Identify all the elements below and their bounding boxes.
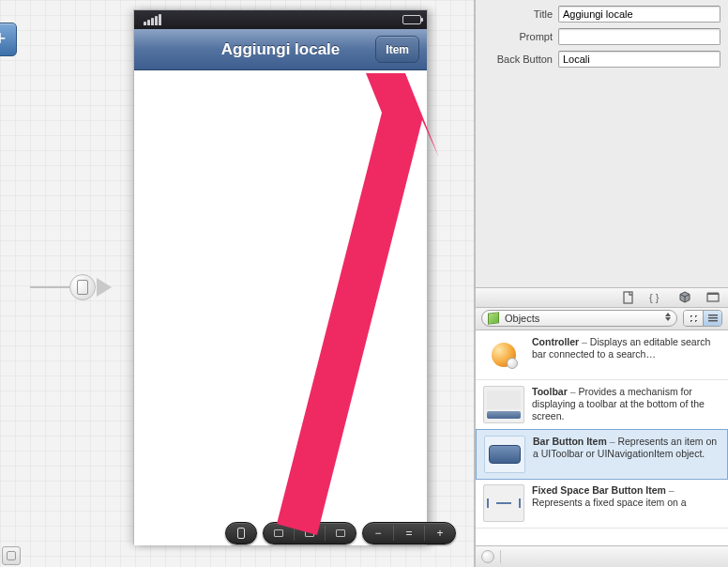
navbar-right-button[interactable]: Item	[375, 36, 419, 63]
device-group-pill[interactable]	[225, 522, 257, 544]
library-category-dropdown[interactable]: Objects	[481, 310, 677, 327]
segue-node[interactable]	[69, 274, 96, 300]
library-item-title: Fixed Space Bar Button Item	[532, 484, 666, 496]
library-tab-row: { }	[476, 287, 728, 308]
status-dot-icon	[481, 550, 494, 563]
title-field[interactable]	[558, 6, 720, 23]
object-library-list[interactable]: Controller – Displays an editable search…	[476, 330, 728, 547]
list-item[interactable]: Fixed Space Bar Button Item – Represents…	[476, 479, 728, 529]
media-library-tab-icon[interactable]	[704, 290, 722, 305]
storyboard-canvas[interactable]: + Aggiungi locale Item	[0, 0, 475, 567]
back-button-field[interactable]	[558, 51, 720, 68]
toolbar-icon	[483, 386, 524, 423]
signal-icon	[144, 14, 161, 25]
battery-icon	[402, 15, 421, 24]
svg-rect-0	[624, 292, 632, 303]
svg-rect-2	[707, 294, 719, 301]
file-templates-tab-icon[interactable]	[619, 290, 638, 305]
library-status-bar	[476, 546, 728, 567]
fixed-space-item-icon	[483, 484, 524, 522]
zoom-in-button[interactable]	[431, 526, 449, 541]
prompt-field[interactable]	[558, 28, 720, 45]
zoom-actual-button[interactable]	[400, 526, 418, 541]
object-library-tab-icon[interactable]	[675, 290, 694, 305]
add-scene-button[interactable]: +	[0, 23, 17, 56]
list-item[interactable]: Bar Button Item – Represents an item on …	[476, 429, 728, 480]
segue-line	[30, 286, 69, 288]
navigation-bar[interactable]: Aggiungi locale Item	[134, 29, 427, 70]
title-field-label: Title	[483, 8, 553, 20]
library-item-title: Controller	[532, 336, 579, 347]
inspector-panel: Title Prompt Back Button { } Objects	[475, 0, 728, 567]
view-body[interactable]	[134, 70, 427, 545]
navbar-title: Aggiungi locale	[221, 40, 341, 59]
svg-text:{ }: { }	[649, 292, 660, 303]
bar-button-item-icon	[484, 436, 525, 473]
library-view-toggle[interactable]	[683, 310, 722, 327]
list-view-button[interactable]	[703, 311, 721, 326]
library-item-desc: Represents a fixed space item on a	[532, 497, 687, 508]
objects-cube-icon	[488, 312, 499, 325]
library-toolbar: Objects	[476, 308, 728, 330]
segue-arrow-icon	[97, 278, 112, 297]
searchbar-controller-icon	[483, 336, 524, 374]
align-icon-3[interactable]	[331, 526, 350, 541]
grid-view-button[interactable]	[684, 311, 703, 326]
canvas-mini-toolbar	[225, 522, 456, 544]
zoom-out-button[interactable]	[369, 526, 387, 541]
code-snippets-tab-icon[interactable]: { }	[647, 290, 666, 305]
list-item[interactable]: Controller – Displays an editable search…	[476, 330, 728, 380]
divider	[500, 550, 501, 563]
dock-toggle-button[interactable]	[2, 546, 21, 565]
library-category-label: Objects	[505, 313, 539, 324]
iphone-scene[interactable]: Aggiungi locale Item	[133, 9, 428, 544]
status-bar	[134, 10, 427, 29]
list-item[interactable]: Toolbar – Provides a mechanism for displ…	[476, 380, 728, 430]
device-portrait-icon[interactable]	[232, 526, 250, 541]
align-icon-1[interactable]	[269, 526, 288, 541]
prompt-field-label: Prompt	[483, 31, 553, 42]
align-group-pill[interactable]	[263, 522, 356, 544]
library-item-title: Bar Button Item	[533, 436, 607, 447]
zoom-group-pill[interactable]	[362, 522, 456, 544]
attributes-section: Title Prompt Back Button	[476, 0, 728, 71]
library-item-title: Toolbar	[532, 386, 568, 397]
align-icon-2[interactable]	[300, 526, 319, 541]
svg-rect-3	[707, 292, 719, 295]
back-button-field-label: Back Button	[483, 54, 553, 65]
